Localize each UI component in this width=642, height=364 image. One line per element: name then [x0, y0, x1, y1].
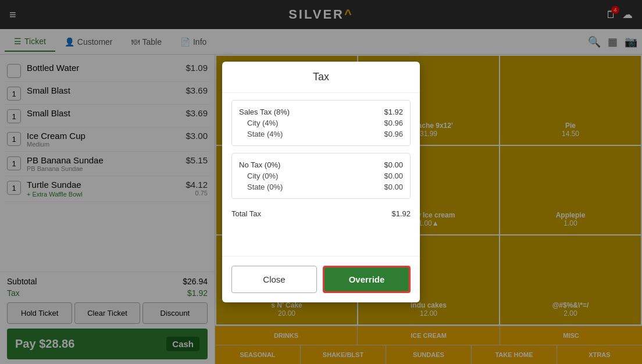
no-tax-section: No Tax (0%) $0.00 City (0%) $0.00 State … — [231, 153, 411, 199]
sales-tax-value: $1.92 — [384, 108, 403, 116]
no-tax-label: No Tax (0%) — [239, 160, 280, 169]
total-tax-label: Total Tax — [231, 209, 261, 218]
no-tax-value: $0.00 — [384, 160, 403, 169]
override-button[interactable]: Override — [323, 266, 411, 293]
state-tax-label: State (4%) — [247, 130, 283, 138]
tax-row-no-tax: No Tax (0%) $0.00 — [239, 159, 403, 170]
modal-overlay: Tax Sales Tax (8%) $1.92 City (4%) $0.96… — [0, 0, 642, 364]
city-zero-tax-value: $0.00 — [384, 172, 403, 180]
modal-title: Tax — [222, 62, 420, 93]
tax-modal: Tax Sales Tax (8%) $1.92 City (4%) $0.96… — [222, 62, 420, 302]
city-tax-value: $0.96 — [384, 119, 403, 127]
state-zero-tax-label: State (0%) — [247, 183, 283, 191]
tax-row-city-zero: City (0%) $0.00 — [239, 170, 403, 181]
tax-row-state: State (4%) $0.96 — [239, 129, 403, 140]
city-zero-tax-label: City (0%) — [247, 172, 278, 180]
modal-footer: Close Override — [222, 256, 420, 302]
tax-row-state-zero: State (0%) $0.00 — [239, 181, 403, 192]
close-button[interactable]: Close — [231, 266, 317, 293]
state-zero-tax-value: $0.00 — [384, 183, 403, 191]
sales-tax-label: Sales Tax (8%) — [239, 108, 290, 116]
app-container: ≡ SILVER^ 🗒 4 ☁ ☰ Ticket 👤 Customer 🍽 Ta… — [0, 0, 642, 364]
modal-body: Sales Tax (8%) $1.92 City (4%) $0.96 Sta… — [222, 93, 420, 256]
state-tax-value: $0.96 — [384, 130, 403, 138]
total-tax-value: $1.92 — [391, 209, 411, 218]
city-tax-label: City (4%) — [247, 119, 278, 127]
tax-row-sales: Sales Tax (8%) $1.92 — [239, 106, 403, 117]
total-tax-row: Total Tax $1.92 — [231, 206, 411, 222]
tax-row-city: City (4%) $0.96 — [239, 117, 403, 129]
sales-tax-section: Sales Tax (8%) $1.92 City (4%) $0.96 Sta… — [231, 100, 411, 146]
